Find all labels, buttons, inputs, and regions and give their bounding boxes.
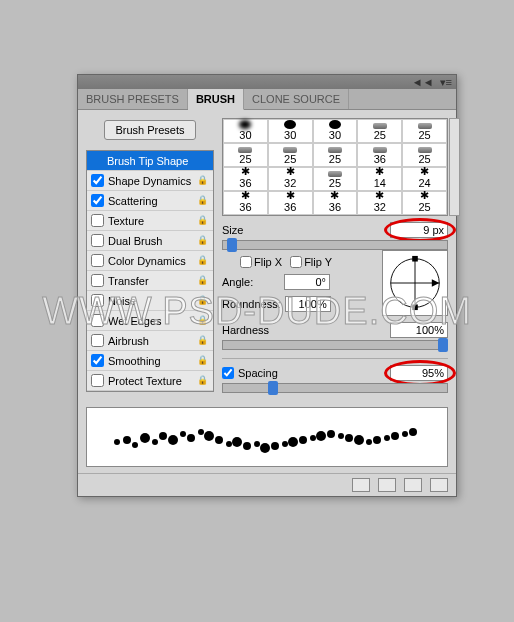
- option-checkbox[interactable]: [91, 314, 104, 327]
- option-checkbox[interactable]: [91, 274, 104, 287]
- roundness-label: Roundness:: [222, 298, 281, 310]
- brush-preset[interactable]: ✱32: [357, 191, 402, 215]
- option-brush-tip-shape[interactable]: Brush Tip Shape: [87, 151, 213, 171]
- preset-size-label: 36: [239, 177, 251, 189]
- brush-presets-button[interactable]: Brush Presets: [104, 120, 195, 140]
- option-checkbox[interactable]: [91, 334, 104, 347]
- brush-preset[interactable]: 25: [313, 167, 358, 191]
- preset-size-label: 25: [329, 153, 341, 165]
- lock-icon[interactable]: 🔒: [197, 335, 209, 347]
- svg-rect-4: [412, 304, 418, 310]
- option-color-dynamics[interactable]: Color Dynamics🔒: [87, 251, 213, 271]
- spacing-checkbox[interactable]: [222, 367, 234, 379]
- option-dual-brush[interactable]: Dual Brush🔒: [87, 231, 213, 251]
- lock-icon[interactable]: 🔒: [197, 215, 209, 227]
- brush-preset[interactable]: 25: [402, 119, 447, 143]
- brush-preset[interactable]: 25: [402, 143, 447, 167]
- option-noise[interactable]: Noise🔒: [87, 291, 213, 311]
- brush-preset[interactable]: ✱24: [402, 167, 447, 191]
- brush-preset[interactable]: ✱14: [357, 167, 402, 191]
- hardness-input[interactable]: 100%: [390, 322, 448, 338]
- svg-point-30: [338, 433, 344, 439]
- option-checkbox[interactable]: [91, 374, 104, 387]
- svg-point-32: [354, 435, 364, 445]
- option-checkbox[interactable]: [91, 194, 104, 207]
- option-texture[interactable]: Texture🔒: [87, 211, 213, 231]
- lock-icon[interactable]: 🔒: [197, 195, 209, 207]
- brush-preset[interactable]: ✱32: [268, 167, 313, 191]
- angle-roundness-control[interactable]: [382, 250, 448, 316]
- menu-icon[interactable]: ▾≡: [440, 77, 452, 87]
- brush-preset[interactable]: 25: [357, 119, 402, 143]
- brush-preset[interactable]: ✱36: [313, 191, 358, 215]
- svg-point-33: [366, 439, 372, 445]
- option-wet-edges[interactable]: Wet Edges🔒: [87, 311, 213, 331]
- spacing-slider[interactable]: [222, 383, 448, 393]
- brush-preset[interactable]: 25: [223, 143, 268, 167]
- flipx-checkbox[interactable]: [240, 256, 252, 268]
- option-protect-texture[interactable]: Protect Texture🔒: [87, 371, 213, 391]
- brush-preset[interactable]: 30: [313, 119, 358, 143]
- brush-preset[interactable]: ✱36: [223, 191, 268, 215]
- brush-preset[interactable]: 25: [313, 143, 358, 167]
- preset-thumb-icon: ✱: [286, 166, 295, 177]
- preset-thumb-icon: [329, 120, 341, 129]
- svg-point-19: [232, 437, 242, 447]
- option-checkbox[interactable]: [91, 174, 104, 187]
- option-smoothing[interactable]: Smoothing🔒: [87, 351, 213, 371]
- preset-size-label: 30: [239, 129, 251, 141]
- option-checkbox[interactable]: [91, 254, 104, 267]
- svg-point-12: [168, 435, 178, 445]
- save-brush-icon[interactable]: [404, 478, 422, 492]
- brush-preset-grid[interactable]: 30303025252525253625✱36✱3225✱14✱24✱36✱36…: [222, 118, 448, 216]
- tab-clone-source[interactable]: CLONE SOURCE: [244, 89, 349, 109]
- spacing-input[interactable]: 95%: [390, 365, 448, 381]
- size-input[interactable]: 9 px: [390, 222, 448, 238]
- toggle-preview-icon[interactable]: [352, 478, 370, 492]
- new-brush-icon[interactable]: [378, 478, 396, 492]
- roundness-input[interactable]: 100%: [285, 296, 331, 312]
- svg-point-23: [271, 442, 279, 450]
- option-label: Scattering: [108, 195, 158, 207]
- option-checkbox[interactable]: [91, 214, 104, 227]
- hardness-slider[interactable]: [222, 340, 448, 350]
- brush-preset[interactable]: 25: [268, 143, 313, 167]
- option-airbrush[interactable]: Airbrush🔒: [87, 331, 213, 351]
- option-scattering[interactable]: Scattering🔒: [87, 191, 213, 211]
- preset-thumb-icon: ✱: [330, 190, 339, 201]
- brush-preset[interactable]: ✱36: [268, 191, 313, 215]
- lock-icon[interactable]: 🔒: [197, 275, 209, 287]
- brush-preset[interactable]: 30: [268, 119, 313, 143]
- preset-size-label: 25: [418, 201, 430, 213]
- lock-icon[interactable]: 🔒: [197, 255, 209, 267]
- option-transfer[interactable]: Transfer🔒: [87, 271, 213, 291]
- preset-size-label: 30: [284, 129, 296, 141]
- angle-input[interactable]: 0°: [284, 274, 330, 290]
- option-checkbox[interactable]: [91, 234, 104, 247]
- spacing-label: Spacing: [238, 367, 278, 379]
- svg-point-10: [152, 439, 158, 445]
- lock-icon[interactable]: 🔒: [197, 295, 209, 307]
- flipy-checkbox[interactable]: [290, 256, 302, 268]
- trash-icon[interactable]: [430, 478, 448, 492]
- svg-point-27: [310, 435, 316, 441]
- brush-preset[interactable]: 36: [357, 143, 402, 167]
- lock-icon[interactable]: 🔒: [197, 315, 209, 327]
- lock-icon[interactable]: 🔒: [197, 355, 209, 367]
- tab-brush[interactable]: BRUSH: [188, 89, 244, 110]
- option-shape-dynamics[interactable]: Shape Dynamics🔒: [87, 171, 213, 191]
- option-checkbox[interactable]: [91, 294, 104, 307]
- size-slider[interactable]: [222, 240, 448, 250]
- tab-brush-presets[interactable]: BRUSH PRESETS: [78, 89, 188, 109]
- lock-icon[interactable]: 🔒: [197, 235, 209, 247]
- flipy-label: Flip Y: [304, 256, 332, 268]
- collapse-icon[interactable]: ◄◄: [412, 77, 434, 87]
- option-checkbox[interactable]: [91, 354, 104, 367]
- svg-point-8: [132, 442, 138, 448]
- lock-icon[interactable]: 🔒: [197, 375, 209, 387]
- brush-preset[interactable]: 30: [223, 119, 268, 143]
- lock-icon[interactable]: 🔒: [197, 175, 209, 187]
- brush-preset[interactable]: ✱25: [402, 191, 447, 215]
- brush-preset[interactable]: ✱36: [223, 167, 268, 191]
- preset-scrollbar[interactable]: [449, 118, 460, 216]
